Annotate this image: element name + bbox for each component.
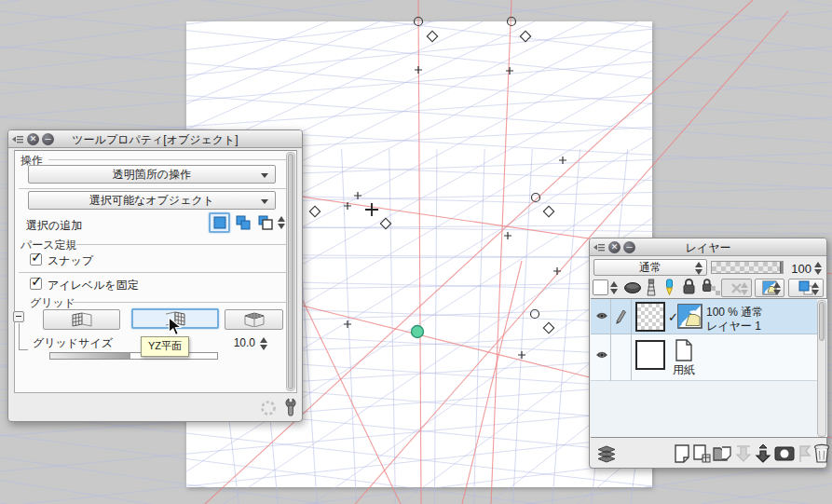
ruler-range-spinner <box>772 281 783 296</box>
selectable-object-dropdown[interactable]: 選択可能なオブジェクト <box>28 191 276 210</box>
grid-plane-xy-icon <box>70 312 94 327</box>
merge-down-icon[interactable] <box>754 443 772 464</box>
opacity-slider[interactable] <box>711 261 784 274</box>
eye-icon[interactable] <box>595 311 608 320</box>
grid-size-slider-fill <box>50 353 130 359</box>
separator <box>19 272 287 273</box>
blue-square-icon <box>213 216 226 229</box>
minus-icon <box>16 316 21 317</box>
new-layer-icon[interactable] <box>674 444 690 463</box>
add-selection-label: 選択の追加 <box>26 218 82 234</box>
opacity-slider-thumb[interactable] <box>780 262 783 273</box>
editing-pen-icon <box>614 307 627 324</box>
opacity-value: 100 <box>785 262 812 276</box>
layer-row-1[interactable]: ✓ 100 % 通常 レイヤー 1 <box>591 299 817 334</box>
select-subtract-button[interactable] <box>254 212 276 233</box>
snap-label: スナップ <box>48 253 93 269</box>
layer-thumbnail[interactable] <box>635 340 665 370</box>
section-perspective-label: パース定規 <box>20 238 77 253</box>
checkmark-icon: ✓ <box>31 273 43 290</box>
layer-mask-icon[interactable] <box>774 446 795 461</box>
mouse-cursor <box>168 317 183 336</box>
grid-xz-button[interactable] <box>225 309 283 330</box>
layer-panel-title: レイヤー <box>590 240 826 256</box>
grid-group-expander[interactable] <box>13 311 24 322</box>
lighthouse-icon[interactable] <box>644 278 659 296</box>
new-folder-icon[interactable] <box>713 444 733 463</box>
tool-property-panel: ✕ ─ ツールプロパティ[オブジェクト] 操作 透明箇所の操作 選択可能なオブジ… <box>7 129 303 422</box>
eye-icon[interactable] <box>595 350 608 360</box>
mask-spinner <box>740 281 750 296</box>
lock-alpha-icon[interactable] <box>701 278 723 295</box>
select-add-button[interactable] <box>232 212 253 233</box>
eyelevel-checkbox[interactable]: ✓ <box>30 278 42 290</box>
tool-panel-scrollbar[interactable] <box>286 152 295 391</box>
grid-tooltip: YZ平面 <box>141 336 189 357</box>
blend-mode-spinner <box>694 261 704 276</box>
chevron-down-icon <box>261 199 268 204</box>
section-rule <box>48 159 289 160</box>
new-layer-dialog-icon[interactable] <box>692 444 711 463</box>
square-outline-icon <box>258 215 273 230</box>
layer-stack-icon[interactable] <box>596 444 617 465</box>
layer-name[interactable]: 用紙 <box>673 362 695 378</box>
tree-line <box>19 323 20 349</box>
reset-icon[interactable] <box>260 400 277 416</box>
reference-spinner <box>811 281 821 296</box>
layer-row-2[interactable]: 用紙 <box>591 334 817 381</box>
workspace: ✕ ─ ツールプロパティ[オブジェクト] 操作 透明箇所の操作 選択可能なオブジ… <box>0 0 832 504</box>
grid-size-label: グリッドサイズ <box>33 335 113 351</box>
eyelevel-label: アイレベルを固定 <box>48 278 139 293</box>
pen-icon[interactable] <box>663 278 675 296</box>
transfer-down-icon[interactable] <box>734 444 753 463</box>
tool-panel-titlebar[interactable]: ✕ ─ ツールプロパティ[オブジェクト] <box>8 130 302 148</box>
layer-list-scrollbar[interactable] <box>817 300 826 437</box>
layer-color-swatch[interactable] <box>593 279 608 295</box>
tree-line <box>19 349 28 350</box>
mask-disable-button[interactable] <box>721 279 752 297</box>
snap-checkbox[interactable]: ✓ <box>30 253 42 266</box>
lock-icon[interactable] <box>681 278 697 295</box>
layer-list: ✓ 100 % 通常 レイヤー 1 <box>591 298 827 438</box>
paper-icon <box>675 339 693 361</box>
separator <box>19 188 287 189</box>
dropdown-value: 透明箇所の操作 <box>113 168 191 181</box>
column-separator <box>631 299 632 381</box>
grid-plane-xz-icon <box>242 312 266 327</box>
two-squares-icon <box>236 215 251 230</box>
section-rule <box>76 244 289 245</box>
grid-xy-button[interactable] <box>43 309 120 330</box>
grid-size-spinner[interactable] <box>259 336 269 351</box>
blend-mode-dropdown[interactable]: 通常 <box>593 259 707 276</box>
layer-panel: ✕ ─ レイヤー 通常 100 <box>589 238 827 469</box>
dropdown-value: 選択可能なオブジェクト <box>89 194 214 207</box>
wrench-icon[interactable] <box>280 397 299 417</box>
chevron-down-icon <box>261 173 268 178</box>
tool-panel-title: ツールプロパティ[オブジェクト] <box>8 132 302 148</box>
ruler-range-button[interactable] <box>755 279 784 297</box>
select-new-button[interactable] <box>209 212 230 233</box>
checkmark-icon: ✓ <box>31 249 43 266</box>
opacity-spinner[interactable] <box>813 261 824 276</box>
column-separator <box>610 299 611 381</box>
transparent-operation-dropdown[interactable]: 透明箇所の操作 <box>28 165 276 184</box>
section-rule <box>73 302 289 303</box>
layer-name[interactable]: レイヤー 1 <box>706 319 761 334</box>
layer-panel-titlebar[interactable]: ✕ ─ レイヤー <box>590 238 826 256</box>
scrollbar-thumb[interactable] <box>288 154 293 389</box>
clip-oval-icon[interactable] <box>623 281 642 294</box>
grid-size-value: 10.0 <box>227 336 255 349</box>
scrollbar-thumb[interactable] <box>819 302 825 341</box>
apply-mask-icon[interactable] <box>797 443 813 464</box>
layer-thumbnail[interactable] <box>635 302 665 332</box>
layer-color-spinner[interactable] <box>609 280 620 295</box>
reference-layer-button[interactable] <box>788 279 824 297</box>
blend-mode-value: 通常 <box>639 261 662 274</box>
grid-size-slider[interactable] <box>49 352 218 360</box>
ruler-range-icon[interactable] <box>677 304 702 329</box>
trash-icon[interactable] <box>813 443 830 464</box>
